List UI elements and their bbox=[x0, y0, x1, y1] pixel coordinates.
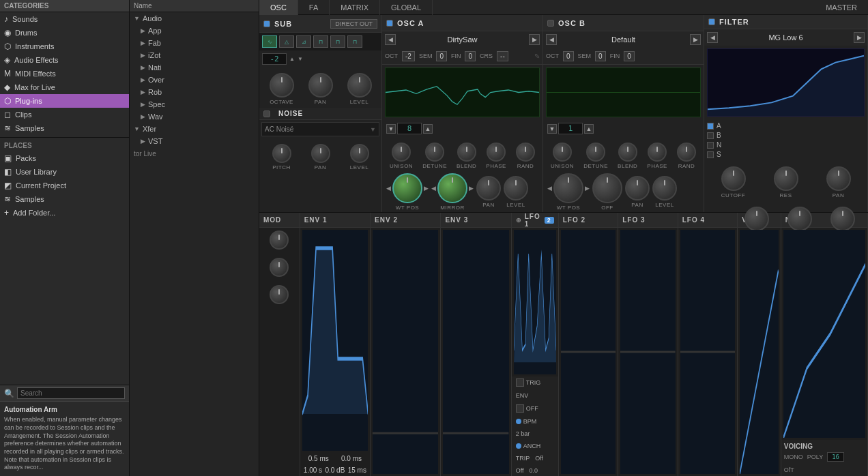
osc-a-edit-icon[interactable]: ✎ bbox=[534, 53, 540, 60]
osc-b-unison-knob[interactable] bbox=[553, 143, 572, 162]
sidebar-item-clips[interactable]: ◻ Clips bbox=[0, 108, 129, 121]
route-s-checkbox[interactable] bbox=[707, 151, 714, 158]
osc-a-phase-knob[interactable] bbox=[487, 143, 506, 162]
filter-cutoff-knob[interactable] bbox=[721, 166, 746, 191]
wave-btn-tri[interactable]: △ bbox=[279, 35, 294, 48]
osc-a-led[interactable] bbox=[386, 20, 393, 27]
file-item-app[interactable]: ▶ App bbox=[130, 25, 259, 37]
mod-knob-2[interactable] bbox=[270, 258, 289, 277]
wtpos-a-left[interactable]: ◀ bbox=[386, 185, 391, 192]
tab-matrix[interactable]: MATRIX bbox=[330, 0, 380, 15]
sub-led[interactable] bbox=[263, 20, 270, 27]
osc-a-detune-knob[interactable] bbox=[425, 143, 444, 162]
oct-stepper-down[interactable]: ▼ bbox=[298, 56, 303, 62]
sub-level-knob[interactable] bbox=[347, 73, 372, 98]
mod-knob-3[interactable] bbox=[270, 285, 289, 304]
osc-b-blend-knob[interactable] bbox=[618, 143, 637, 162]
filter-drive-knob[interactable] bbox=[744, 207, 769, 231]
mod-knob-1[interactable] bbox=[270, 230, 289, 250]
filter-prev-btn[interactable]: ◀ bbox=[707, 32, 718, 43]
tab-master[interactable]: MASTER bbox=[815, 3, 868, 12]
sub-pan2-knob[interactable] bbox=[311, 144, 330, 163]
oct-stepper-up[interactable]: ▲ bbox=[289, 56, 295, 62]
file-item-izot[interactable]: ▶ iZot bbox=[130, 49, 259, 61]
filter-fat-knob[interactable] bbox=[787, 207, 812, 231]
osc-b-rand-knob[interactable] bbox=[677, 143, 696, 162]
osc-b-led[interactable] bbox=[547, 20, 554, 27]
wave-btn-saw[interactable]: ⊿ bbox=[296, 35, 311, 48]
filter-led[interactable] bbox=[708, 18, 715, 25]
wave-btn-noise[interactable]: ⊓ bbox=[347, 35, 362, 48]
crs-a-value[interactable]: -- bbox=[497, 51, 508, 61]
route-n-checkbox[interactable] bbox=[707, 142, 714, 149]
osc-b-detune-knob[interactable] bbox=[586, 143, 605, 162]
route-b-checkbox[interactable] bbox=[707, 132, 714, 139]
wave-btn-sine[interactable]: ∿ bbox=[262, 35, 277, 48]
osc-a-wtpos-knob[interactable] bbox=[392, 173, 422, 203]
osc-b-prev-btn[interactable]: ◀ bbox=[546, 34, 557, 45]
trig-led[interactable] bbox=[516, 378, 524, 387]
sidebar-item-add-folder[interactable]: + Add Folder... bbox=[0, 206, 129, 220]
sidebar-item-max-for-live[interactable]: ◆ Max for Live bbox=[0, 80, 129, 94]
osc-a-unison-knob[interactable] bbox=[392, 143, 411, 162]
tab-fa[interactable]: FA bbox=[298, 0, 330, 15]
osc-a-rand-knob[interactable] bbox=[516, 143, 535, 162]
wtpos-a-right[interactable]: ▶ bbox=[424, 185, 429, 192]
poly-num[interactable]: 16 bbox=[827, 452, 844, 462]
sidebar-item-samples-place[interactable]: ≋ Samples bbox=[0, 192, 129, 206]
osc-b-phase-knob[interactable] bbox=[648, 143, 667, 162]
route-a-checkbox[interactable] bbox=[707, 123, 714, 130]
search-input[interactable] bbox=[17, 387, 125, 399]
octave-knob[interactable] bbox=[270, 73, 294, 98]
osc-b-next-btn[interactable]: ▶ bbox=[690, 34, 701, 45]
fin-a-value[interactable]: 0 bbox=[465, 51, 476, 61]
sub-octave-display[interactable]: -2 bbox=[262, 53, 287, 65]
file-item-wav[interactable]: ▶ Wav bbox=[130, 110, 259, 123]
sub-pan-knob[interactable] bbox=[308, 73, 333, 98]
tab-osc[interactable]: OSC bbox=[259, 0, 298, 15]
mirror-right[interactable]: ▶ bbox=[469, 185, 474, 192]
unison-b-down[interactable]: ▼ bbox=[547, 124, 557, 134]
unison-b-up[interactable]: ▲ bbox=[584, 124, 594, 134]
sidebar-item-plugins[interactable]: ⬡ Plug-ins bbox=[0, 94, 129, 108]
sidebar-item-current-project[interactable]: ◩ Current Project bbox=[0, 179, 129, 192]
osc-a-prev-btn[interactable]: ◀ bbox=[385, 34, 396, 45]
osc-a-mirror-knob[interactable] bbox=[437, 173, 467, 203]
filter-pan-knob[interactable] bbox=[826, 166, 851, 191]
file-item-audio[interactable]: ▼ Audio bbox=[130, 12, 259, 25]
tab-global[interactable]: GLOBAL bbox=[380, 0, 433, 15]
filter-res-knob[interactable] bbox=[774, 166, 798, 191]
wave-btn-sq[interactable]: ⊓ bbox=[313, 35, 328, 48]
sidebar-item-samples[interactable]: ≋ Samples bbox=[0, 121, 129, 135]
file-item-vst[interactable]: ▶ VST bbox=[130, 135, 259, 147]
osc-b-pan-knob[interactable] bbox=[625, 176, 650, 200]
wave-btn-pulse[interactable]: ⊓ bbox=[330, 35, 345, 48]
osc-a-next-btn[interactable]: ▶ bbox=[529, 34, 540, 45]
osc-a-level-knob[interactable] bbox=[504, 176, 528, 200]
osc-b-off-knob[interactable] bbox=[592, 173, 622, 203]
sub-level2-knob[interactable] bbox=[350, 144, 369, 163]
osc-a-blend-knob[interactable] bbox=[457, 143, 476, 162]
wtpos-b-left[interactable]: ◀ bbox=[547, 185, 552, 192]
file-item-spec[interactable]: ▶ Spec bbox=[130, 98, 259, 110]
sub-pitch-knob[interactable] bbox=[272, 144, 291, 163]
unison-a-down[interactable]: ▼ bbox=[386, 124, 396, 134]
osc-b-wtpos-knob[interactable] bbox=[553, 173, 583, 203]
sidebar-item-user-library[interactable]: ◧ User Library bbox=[0, 165, 129, 179]
off-led[interactable] bbox=[516, 404, 524, 413]
sidebar-item-instruments[interactable]: ⬡ Instruments bbox=[0, 40, 129, 53]
file-item-xfer[interactable]: ▼ Xfer bbox=[130, 123, 259, 135]
osc-b-level-knob[interactable] bbox=[652, 176, 677, 200]
filter-next-btn[interactable]: ▶ bbox=[854, 32, 865, 43]
osc-a-pan-knob[interactable] bbox=[476, 176, 501, 200]
file-item-over[interactable]: ▶ Over bbox=[130, 74, 259, 86]
file-item-rob[interactable]: ▶ Rob bbox=[130, 86, 259, 98]
sidebar-item-audio-effects[interactable]: ◈ Audio Effects bbox=[0, 53, 129, 67]
sidebar-item-midi-effects[interactable]: M MIDI Effects bbox=[0, 67, 129, 80]
sem-a-value[interactable]: 0 bbox=[436, 51, 447, 61]
file-item-fab[interactable]: ▶ Fab bbox=[130, 37, 259, 49]
sidebar-item-drums[interactable]: ◉ Drums bbox=[0, 26, 129, 40]
wtpos-b-right[interactable]: ▶ bbox=[585, 185, 590, 192]
unison-a-up[interactable]: ▲ bbox=[423, 124, 433, 134]
noise-led[interactable] bbox=[263, 110, 270, 117]
